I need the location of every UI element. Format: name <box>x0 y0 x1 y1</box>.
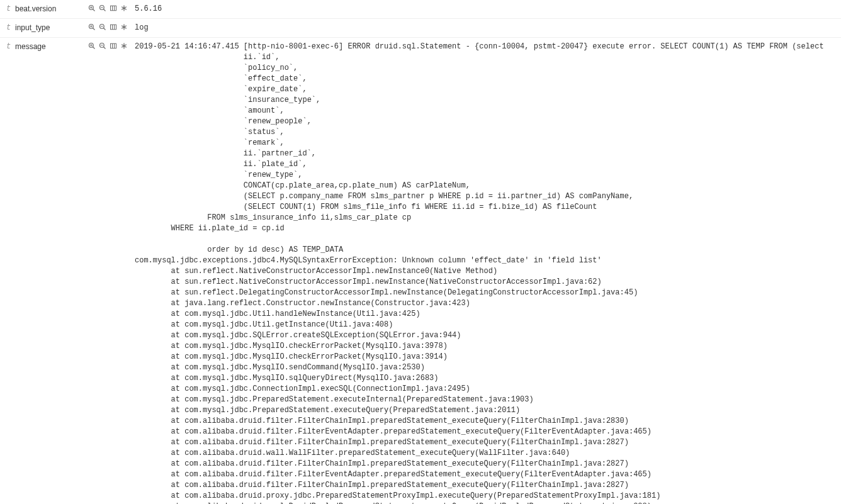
svg-line-1 <box>93 9 95 11</box>
svg-rect-7 <box>111 6 116 11</box>
field-name-label: input_type <box>15 23 87 32</box>
filter-exists-icon[interactable] <box>120 42 128 50</box>
field-type-indicator: t <box>6 42 15 51</box>
field-value: log <box>135 23 835 33</box>
zoom-out-icon[interactable] <box>98 4 107 13</box>
field-value: 5.6.16 <box>135 4 835 14</box>
svg-rect-33 <box>111 43 116 48</box>
toggle-column-icon[interactable] <box>109 4 118 13</box>
svg-line-27 <box>93 47 95 49</box>
field-value: 2019-05-21 14:16:47.415 [http-nio-8001-e… <box>135 42 835 504</box>
svg-line-5 <box>104 9 106 11</box>
field-row: tinput_typelog <box>0 19 841 38</box>
zoom-out-icon[interactable] <box>98 42 107 50</box>
svg-rect-20 <box>111 25 116 30</box>
svg-line-18 <box>104 28 106 30</box>
field-row: tmessage2019-05-21 14:16:47.415 [http-ni… <box>0 38 841 504</box>
filter-exists-icon[interactable] <box>120 4 128 13</box>
field-actions <box>87 4 135 13</box>
field-actions <box>87 23 135 31</box>
zoom-in-icon[interactable] <box>87 42 96 50</box>
svg-line-31 <box>104 47 106 49</box>
zoom-in-icon[interactable] <box>87 23 96 31</box>
filter-exists-icon[interactable] <box>120 23 128 31</box>
zoom-out-icon[interactable] <box>98 23 107 31</box>
field-name-label: beat.version <box>15 4 87 13</box>
zoom-in-icon[interactable] <box>87 4 96 13</box>
toggle-column-icon[interactable] <box>109 23 118 31</box>
field-name-label: message <box>15 42 87 51</box>
toggle-column-icon[interactable] <box>109 42 118 50</box>
field-type-indicator: t <box>6 23 15 32</box>
field-actions <box>87 42 135 50</box>
field-row: tbeat.version5.6.16 <box>0 0 841 19</box>
field-type-indicator: t <box>6 4 15 13</box>
svg-line-14 <box>93 28 95 30</box>
